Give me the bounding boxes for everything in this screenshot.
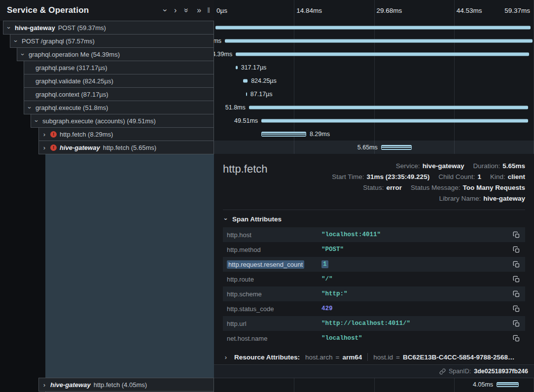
time-tick-label: 14.84ms: [296, 7, 322, 14]
attribute-row[interactable]: http.request.resend_count 1: [223, 257, 525, 272]
timeline-row[interactable]: 8.29ms: [214, 127, 534, 141]
attribute-row[interactable]: http.url "http://localhost:4011/": [223, 316, 525, 331]
span-tree-row[interactable]: › hive-gateway POST (59.37ms): [3, 21, 214, 35]
resource-key: host.id: [373, 354, 393, 361]
span-tree-row[interactable]: graphql.parse (317.17µs): [24, 61, 214, 74]
chevron-right-icon: ›: [223, 354, 229, 360]
bar-duration-label: 57.57ms: [214, 37, 221, 44]
span-duration-bar[interactable]: [249, 106, 529, 109]
attribute-row[interactable]: http.scheme "http:": [223, 286, 525, 301]
chevron-down-icon[interactable]: ›: [34, 118, 40, 124]
span-tree-row[interactable]: › graphql.execute (51.8ms): [24, 101, 214, 114]
span-duration-bar[interactable]: [215, 26, 531, 29]
span-attributes-toggle[interactable]: › Span Attributes: [223, 210, 525, 227]
bar-duration-label: 54.39ms: [214, 51, 232, 58]
attribute-row[interactable]: http.host "localhost:4011": [223, 227, 525, 242]
attribute-key: net.host.name: [227, 335, 267, 342]
span-service-name: hive-gateway: [50, 381, 91, 389]
span-name-label: subgraph.execute (accounts) (49.51ms): [42, 117, 156, 125]
timeline-row[interactable]: [214, 21, 534, 34]
span-attributes-title: Span Attributes: [232, 215, 282, 223]
span-tree-row[interactable]: › subgraph.execute (accounts) (49.51ms): [31, 114, 214, 128]
copy-icon[interactable]: [513, 320, 525, 327]
span-duration-bar[interactable]: [225, 39, 533, 42]
span-duration-bar[interactable]: [497, 382, 519, 387]
attribute-row[interactable]: http.route "/": [223, 272, 525, 286]
copy-icon[interactable]: [513, 276, 525, 283]
double-chevron-down-icon[interactable]: »: [183, 8, 191, 13]
bar-duration-label: 317.17µs: [241, 64, 267, 71]
span-tree-row[interactable]: › ! hive-gateway http.fetch (5.65ms): [38, 141, 214, 154]
attribute-row[interactable]: http.status_code 429: [223, 301, 525, 316]
resource-attributes-toggle[interactable]: › Resource Attributes: host.arch = arm64…: [223, 350, 525, 364]
status-message-label: Status Message:: [411, 182, 461, 193]
child-count-value: 1: [477, 172, 481, 182]
chevron-right-icon[interactable]: ›: [41, 131, 47, 138]
chevron-right-icon[interactable]: ›: [41, 144, 47, 151]
time-tick-label: 0µs: [216, 7, 227, 14]
chevron-right-icon[interactable]: ›: [174, 6, 177, 14]
timeline-row[interactable]: 824.25µs: [214, 74, 534, 87]
timeline-row[interactable]: 5.65ms: [214, 141, 534, 154]
double-chevron-right-icon[interactable]: »: [197, 6, 201, 14]
link-icon[interactable]: [439, 368, 446, 375]
timeline-row[interactable]: 49.51ms: [214, 114, 534, 127]
trace-viewer: Service & Operation › › » » ‖ › hive-gat…: [0, 0, 534, 392]
start-time-value: 31ms (23:35:49.225): [367, 172, 430, 182]
span-tree-row[interactable]: graphql.validate (824.25µs): [24, 74, 214, 88]
timeline-row[interactable]: 57.57ms: [214, 34, 534, 47]
span-tree-row[interactable]: › ! http.fetch (8.29ms): [38, 127, 214, 141]
copy-icon[interactable]: [513, 290, 525, 298]
attribute-key: http.route: [227, 276, 254, 283]
bar-duration-label: 824.25µs: [251, 77, 277, 84]
span-name-label: graphql.operation Me (54.39ms): [29, 51, 120, 58]
span-duration-bar[interactable]: [381, 145, 412, 150]
attribute-row[interactable]: net.host.name "localhost": [223, 331, 525, 346]
span-duration-bar[interactable]: [246, 92, 247, 96]
chevron-down-icon[interactable]: ›: [20, 51, 26, 57]
timeline-row[interactable]: 87.17µs: [214, 87, 534, 101]
chevron-right-icon[interactable]: ›: [41, 382, 47, 388]
selected-span-region: [45, 154, 214, 378]
error-icon: !: [50, 144, 57, 151]
kind-label: Kind:: [490, 172, 505, 182]
chevron-down-icon[interactable]: ›: [6, 25, 12, 31]
status-message-value: Too Many Requests: [463, 182, 525, 193]
attribute-value: "http://localhost:4011/": [321, 320, 410, 327]
bar-duration-label: 4.05ms: [473, 381, 493, 388]
span-duration-bar[interactable]: [261, 132, 306, 137]
span-detail-panel: http.fetch Service:hive-gateway Duration…: [214, 154, 534, 378]
span-tree-row[interactable]: graphql.context (87.17µs): [24, 87, 214, 101]
timeline-row[interactable]: 4.05ms: [214, 378, 534, 391]
timeline-row[interactable]: 317.17µs: [214, 61, 534, 74]
timeline-row[interactable]: 54.39ms: [214, 47, 534, 61]
chevron-down-icon[interactable]: ›: [161, 9, 169, 11]
copy-icon[interactable]: [513, 231, 525, 239]
span-duration-bar[interactable]: [236, 66, 238, 69]
copy-icon[interactable]: [513, 335, 525, 342]
attribute-value: "POST": [321, 246, 344, 253]
copy-icon[interactable]: [513, 246, 525, 253]
span-tree-row[interactable]: › hive-gateway http.fetch (4.05ms): [38, 378, 214, 392]
span-id-value: 3de02518937fb246: [474, 368, 528, 375]
chevron-down-icon[interactable]: ›: [13, 38, 19, 44]
span-tree-panel: Service & Operation › › » » ‖ › hive-gat…: [0, 0, 214, 392]
span-duration-bar[interactable]: [243, 79, 248, 82]
resource-attributes-title: Resource Attributes:: [234, 354, 300, 361]
span-name-label: POST (59.37ms): [58, 24, 106, 32]
span-duration-bar[interactable]: [261, 119, 528, 122]
kind-value: client: [508, 172, 525, 182]
chevron-down-icon[interactable]: ›: [27, 105, 33, 110]
resource-attribute: host.arch = arm64: [305, 354, 362, 361]
timeline-row[interactable]: 51.8ms: [214, 101, 534, 114]
span-tree-row[interactable]: › graphql.operation Me (54.39ms): [17, 47, 214, 61]
panel-resize-handle[interactable]: ‖: [207, 7, 210, 14]
attribute-row[interactable]: http.method "POST": [223, 242, 525, 257]
span-duration-bar[interactable]: [236, 52, 529, 56]
span-tree-row[interactable]: › POST /graphql (57.57ms): [10, 34, 214, 48]
equals-sign: =: [396, 354, 400, 361]
copy-icon[interactable]: [513, 261, 525, 268]
attribute-key: http.scheme: [227, 290, 262, 298]
detail-meta: Service:hive-gateway Duration:5.65ms Sta…: [223, 161, 525, 204]
copy-icon[interactable]: [513, 305, 525, 313]
